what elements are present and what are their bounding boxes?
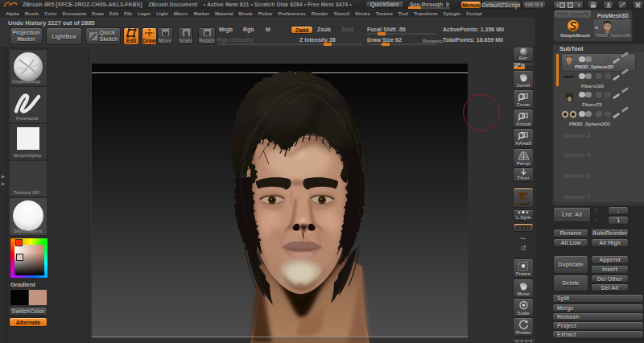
svg-text:S: S bbox=[184, 30, 188, 37]
svg-text:M: M bbox=[163, 30, 168, 37]
svg-text:R: R bbox=[205, 30, 210, 37]
